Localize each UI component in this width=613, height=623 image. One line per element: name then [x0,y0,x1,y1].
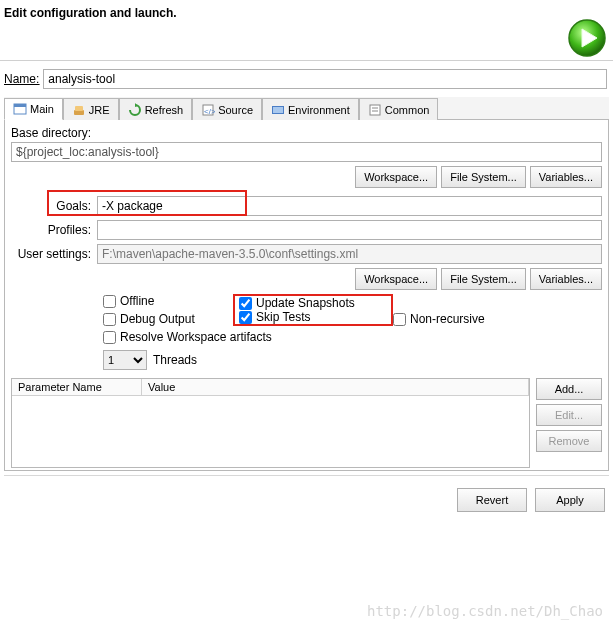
parameters-table[interactable]: Parameter Name Value [11,378,530,468]
tab-label: Main [30,103,54,115]
common-icon [368,103,382,117]
filesystem-button-2[interactable]: File System... [441,268,526,290]
svg-rect-3 [14,104,26,107]
name-label: Name: [4,72,39,86]
profiles-input[interactable] [97,220,602,240]
revert-button[interactable]: Revert [457,488,527,512]
dialog-title: Edit configuration and launch. [0,0,613,30]
tab-label: Source [218,104,253,116]
threads-label: Threads [153,353,197,367]
non-recursive-label: Non-recursive [410,312,485,326]
tab-source[interactable]: </> Source [192,98,262,120]
skip-tests-checkbox[interactable]: Skip Tests [239,310,391,324]
name-input[interactable] [43,69,607,89]
remove-param-button: Remove [536,430,602,452]
tab-refresh[interactable]: Refresh [119,98,193,120]
edit-param-button: Edit... [536,404,602,426]
main-icon [13,102,27,116]
svg-rect-11 [370,105,380,115]
add-param-button[interactable]: Add... [536,378,602,400]
goals-input[interactable] [97,196,602,216]
variables-button[interactable]: Variables... [530,166,602,188]
svg-rect-5 [75,106,83,111]
variables-button-2[interactable]: Variables... [530,268,602,290]
tab-label: Common [385,104,430,116]
tab-label: Environment [288,104,350,116]
watermark: http://blog.csdn.net/Dh_Chao [367,603,603,619]
tab-jre[interactable]: JRE [63,98,119,120]
debug-output-checkbox[interactable]: Debug Output [103,312,233,326]
offline-checkbox[interactable]: Offline [103,294,233,308]
resolve-workspace-label: Resolve Workspace artifacts [120,330,272,344]
threads-select[interactable]: 1 [103,350,147,370]
tab-main[interactable]: Main [4,98,63,120]
resolve-workspace-checkbox[interactable]: Resolve Workspace artifacts [103,330,523,344]
environment-icon [271,103,285,117]
goals-label: Goals: [11,199,97,213]
user-settings-label: User settings: [11,247,97,261]
param-col-name: Parameter Name [12,379,142,395]
workspace-button[interactable]: Workspace... [355,166,437,188]
filesystem-button[interactable]: File System... [441,166,526,188]
tab-common[interactable]: Common [359,98,439,120]
separator [0,60,613,61]
svg-text:</>: </> [204,107,215,116]
param-col-value: Value [142,379,529,395]
param-body[interactable] [12,396,529,467]
tab-label: Refresh [145,104,184,116]
skip-tests-label: Skip Tests [256,310,310,324]
update-snapshots-checkbox[interactable]: Update Snapshots [239,296,391,310]
tab-label: JRE [89,104,110,116]
apply-button[interactable]: Apply [535,488,605,512]
base-dir-label: Base directory: [11,126,602,140]
refresh-icon [128,103,142,117]
debug-output-label: Debug Output [120,312,195,326]
svg-rect-10 [273,107,283,113]
user-settings-input[interactable] [97,244,602,264]
jre-icon [72,103,86,117]
run-icon[interactable] [567,18,607,58]
tab-environment[interactable]: Environment [262,98,359,120]
workspace-button-2[interactable]: Workspace... [355,268,437,290]
source-icon: </> [201,103,215,117]
tab-bar: Main JRE Refresh </> Source Environment … [4,97,609,120]
non-recursive-checkbox[interactable]: Non-recursive [393,312,523,326]
base-dir-input[interactable] [11,142,602,162]
profiles-label: Profiles: [11,223,97,237]
update-snapshots-label: Update Snapshots [256,296,355,310]
main-tab-content: Base directory: Workspace... File System… [4,120,609,471]
offline-label: Offline [120,294,154,308]
